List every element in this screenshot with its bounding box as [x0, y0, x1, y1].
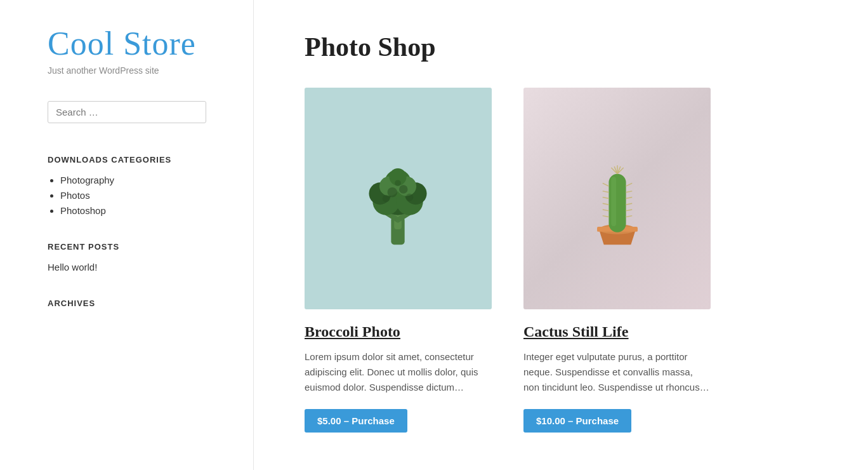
downloads-categories-section: DOWNLOADS CATEGORIES Photography Photos … — [48, 155, 215, 217]
purchase-button-broccoli[interactable]: $5.00 – Purchase — [305, 409, 407, 433]
product-link-broccoli[interactable]: Broccoli Photo — [305, 323, 400, 340]
sidebar: Cool Store Just another WordPress site D… — [0, 0, 254, 470]
svg-point-14 — [398, 185, 407, 194]
svg-point-15 — [382, 195, 390, 203]
page-title: Photo Shop — [305, 32, 817, 62]
svg-line-24 — [602, 203, 608, 205]
svg-point-17 — [395, 180, 401, 186]
svg-line-27 — [626, 183, 632, 186]
svg-point-16 — [405, 194, 413, 201]
product-card-cactus: Cactus Still Life Integer eget vulputate… — [523, 88, 711, 309]
category-link-photos[interactable]: Photos — [60, 190, 90, 201]
svg-line-23 — [602, 198, 608, 199]
svg-line-28 — [626, 191, 632, 192]
product-title-cactus: Cactus Still Life — [523, 323, 711, 340]
product-image-cactus — [523, 88, 711, 309]
list-item: Photography — [60, 175, 215, 186]
broccoli-illustration — [354, 149, 443, 248]
product-title-broccoli: Broccoli Photo — [305, 323, 492, 340]
content-inner: Photo Shop — [254, 0, 868, 470]
product-description-cactus: Integer eget vulputate purus, a porttito… — [523, 349, 711, 395]
category-link-photography[interactable]: Photography — [60, 175, 114, 185]
list-item: Photos — [60, 190, 215, 201]
archives-heading: ARCHIVES — [48, 299, 215, 308]
svg-line-22 — [602, 191, 608, 192]
svg-line-32 — [626, 216, 632, 217]
svg-line-31 — [626, 210, 632, 211]
product-card-broccoli: Broccoli Photo Lorem ipsum dolor sit ame… — [305, 88, 492, 309]
list-item: Photoshop — [60, 205, 215, 217]
recent-posts-section: RECENT POSTS Hello world! — [48, 242, 215, 273]
search-input[interactable] — [48, 101, 206, 123]
products-grid: Broccoli Photo Lorem ipsum dolor sit ame… — [305, 88, 817, 309]
archives-section: ARCHIVES — [48, 299, 215, 308]
downloads-categories-heading: DOWNLOADS CATEGORIES — [48, 155, 215, 164]
category-link-photoshop[interactable]: Photoshop — [60, 205, 106, 216]
search-form — [48, 101, 215, 123]
svg-line-25 — [602, 210, 608, 211]
site-title: Cool Store — [48, 25, 215, 62]
recent-post-link[interactable]: Hello world! — [48, 262, 97, 272]
site-description: Just another WordPress site — [48, 65, 215, 76]
main-content: Photo Shop — [254, 0, 868, 470]
svg-rect-38 — [611, 177, 616, 227]
product-description-broccoli: Lorem ipsum dolor sit amet, consectetur … — [305, 349, 492, 395]
product-image-broccoli — [305, 88, 492, 309]
purchase-button-cactus[interactable]: $10.00 – Purchase — [523, 409, 631, 433]
svg-line-26 — [602, 216, 608, 217]
recent-posts-heading: RECENT POSTS — [48, 242, 215, 252]
svg-line-29 — [626, 198, 632, 199]
svg-point-13 — [387, 187, 397, 198]
svg-line-21 — [602, 183, 608, 186]
downloads-categories-list: Photography Photos Photoshop — [48, 175, 215, 217]
cactus-illustration — [579, 149, 655, 248]
site-branding: Cool Store Just another WordPress site — [48, 25, 215, 76]
svg-line-30 — [626, 203, 632, 205]
product-link-cactus[interactable]: Cactus Still Life — [523, 323, 628, 340]
